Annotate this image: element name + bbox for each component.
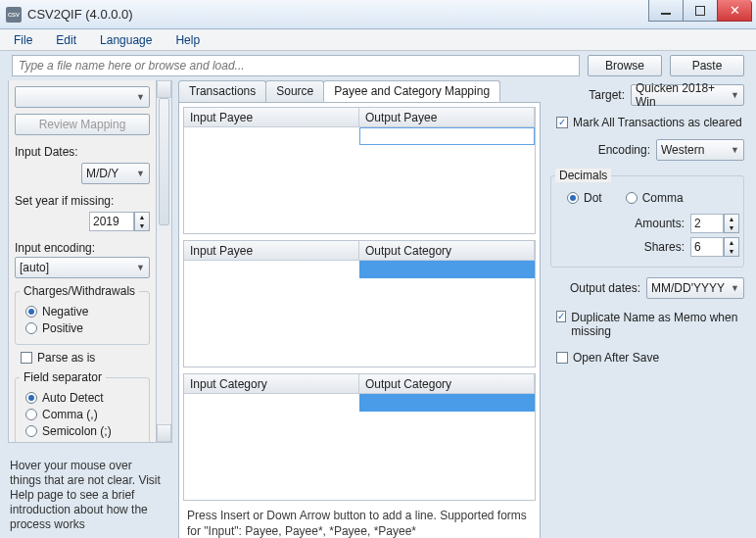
minimize-button[interactable] <box>648 0 684 22</box>
col-output-category: Output Category <box>359 241 535 260</box>
chevron-down-icon: ▼ <box>136 92 145 102</box>
radio-semicolon[interactable]: Semicolon (;) <box>20 424 145 438</box>
shares-spinner[interactable]: ▲▼ <box>690 237 739 257</box>
set-year-spinner[interactable]: ▲▼ <box>89 212 150 231</box>
tab-transactions[interactable]: Transactions <box>178 80 266 102</box>
scrollbar-thumb[interactable] <box>159 98 169 225</box>
window-title: CSV2QIF (4.0.0.0) <box>27 7 133 22</box>
tab-body: Input PayeeOutput Payee Input PayeeOutpu… <box>178 102 541 538</box>
mapping-hint: Press Insert or Down Arrow button to add… <box>183 507 536 538</box>
target-label: Target: <box>589 88 625 102</box>
shares-label: Shares: <box>644 240 685 254</box>
check-parse-as-is[interactable]: Parse as is <box>15 351 150 365</box>
encoding-select[interactable]: Western▼ <box>656 139 744 161</box>
set-year-input[interactable] <box>89 212 134 231</box>
top-dropdown[interactable]: ▼ <box>15 86 150 108</box>
browse-button[interactable]: Browse <box>588 55 662 76</box>
check-mark-all-cleared[interactable]: ✓Mark All Transactions as cleared <box>550 116 744 129</box>
col-input-category: Input Category <box>184 374 359 393</box>
selected-cell[interactable] <box>359 127 535 145</box>
tab-payee-category-mapping[interactable]: Payee and Category Mapping <box>323 80 500 102</box>
field-separator-legend: Field separator <box>20 370 106 384</box>
filename-input[interactable] <box>12 55 580 76</box>
set-year-label: Set year if missing: <box>15 194 150 208</box>
radio-positive[interactable]: Positive <box>20 321 145 335</box>
amounts-spinner[interactable]: ▲▼ <box>690 214 739 233</box>
grid-payee-category[interactable]: Input PayeeOutput Category <box>183 240 536 367</box>
center-panel: Transactions Source Payee and Category M… <box>178 80 541 497</box>
selected-cell[interactable] <box>359 261 535 278</box>
shares-input[interactable] <box>690 237 724 257</box>
col-output-payee: Output Payee <box>359 108 535 126</box>
col-input-payee: Input Payee <box>184 241 359 260</box>
menu-edit[interactable]: Edit <box>46 31 86 49</box>
menu-bar: File Edit Language Help <box>0 29 756 51</box>
grid-payee-payee[interactable]: Input PayeeOutput Payee <box>183 107 536 234</box>
chevron-down-icon: ▼ <box>731 283 739 293</box>
col-output-category: Output Category <box>359 374 535 393</box>
charges-legend: Charges/Withdrawals <box>20 284 139 298</box>
maximize-button[interactable] <box>683 0 718 22</box>
file-row: Browse Paste <box>0 51 756 80</box>
paste-button[interactable]: Paste <box>670 55 744 76</box>
hover-help-text: Hover your mouse over things that are no… <box>10 459 165 532</box>
target-select[interactable]: Quicken 2018+ Win▼ <box>631 84 744 106</box>
grid-category-category[interactable]: Input CategoryOutput Category <box>183 373 536 501</box>
right-panel: Target: Quicken 2018+ Win▼ ✓Mark All Tra… <box>546 80 748 497</box>
app-icon: csv <box>6 7 22 23</box>
menu-language[interactable]: Language <box>90 31 162 49</box>
chevron-down-icon: ▼ <box>731 90 739 100</box>
window-titlebar: csv CSV2QIF (4.0.0.0) ✕ <box>0 0 756 29</box>
input-encoding-select[interactable]: [auto]▼ <box>15 257 150 278</box>
field-separator-fieldset: Field separator Auto Detect Comma (,) Se… <box>15 370 150 443</box>
amounts-label: Amounts: <box>635 217 685 230</box>
svg-rect-0 <box>661 13 671 15</box>
review-mapping-button: Review Mapping <box>15 114 150 135</box>
input-dates-label: Input Dates: <box>15 145 150 159</box>
svg-rect-1 <box>695 6 705 16</box>
amounts-input[interactable] <box>690 214 724 233</box>
decimals-fieldset: Decimals Dot Comma Amounts: ▲▼ Shares: ▲… <box>550 169 744 268</box>
left-scrollbar[interactable] <box>157 80 172 443</box>
radio-auto-detect[interactable]: Auto Detect <box>20 391 145 405</box>
close-button[interactable]: ✕ <box>717 0 752 22</box>
output-dates-label: Output dates: <box>570 281 640 295</box>
check-open-after-save[interactable]: Open After Save <box>550 351 744 365</box>
left-panel: ▼ Review Mapping Input Dates: M/D/Y▼ Set… <box>8 80 157 443</box>
input-dates-select[interactable]: M/D/Y▼ <box>81 163 150 184</box>
col-input-payee: Input Payee <box>184 108 359 126</box>
decimals-legend: Decimals <box>555 169 611 182</box>
chevron-down-icon: ▼ <box>731 145 739 155</box>
encoding-label: Encoding: <box>598 143 650 157</box>
chevron-down-icon: ▼ <box>136 263 145 272</box>
check-duplicate-name-memo[interactable]: ✓Duplicate Name as Memo when missing <box>550 311 744 339</box>
chevron-down-icon: ▼ <box>136 169 145 178</box>
radio-comma[interactable]: Comma (,) <box>20 408 145 421</box>
tab-source[interactable]: Source <box>265 80 324 102</box>
output-dates-select[interactable]: MM/DD'YYYY▼ <box>646 277 744 299</box>
charges-fieldset: Charges/Withdrawals Negative Positive <box>15 284 150 345</box>
radio-negative[interactable]: Negative <box>20 305 145 318</box>
selected-cell[interactable] <box>359 394 535 412</box>
menu-file[interactable]: File <box>4 31 42 49</box>
menu-help[interactable]: Help <box>165 31 210 49</box>
input-encoding-label: Input encoding: <box>15 241 150 255</box>
radio-comma[interactable]: Comma <box>620 191 684 205</box>
radio-dot[interactable]: Dot <box>561 191 602 205</box>
